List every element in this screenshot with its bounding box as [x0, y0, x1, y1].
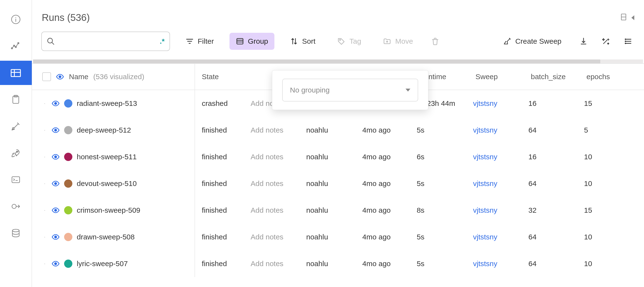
cell-notes[interactable]: Add notes	[250, 126, 306, 134]
state-header[interactable]: State	[195, 72, 250, 81]
epochs-header[interactable]: epochs	[584, 72, 623, 81]
create-sweep-label: Create Sweep	[515, 37, 562, 46]
filter-button[interactable]: Filter	[179, 33, 220, 50]
sidebar-item-reports[interactable]	[0, 88, 32, 112]
create-sweep-button[interactable]: Create Sweep	[497, 33, 568, 50]
run-name[interactable]: radiant-sweep-513	[77, 99, 137, 108]
cell-user: noahlu	[306, 233, 362, 241]
search-icon	[46, 37, 55, 46]
cell-notes[interactable]: Add notes	[250, 260, 306, 268]
search-input[interactable]	[59, 38, 156, 45]
visibility-toggle[interactable]	[52, 126, 60, 134]
columns-button[interactable]	[622, 35, 635, 48]
cell-created: 4mo ago	[362, 153, 417, 161]
name-header-label[interactable]: Name	[69, 72, 88, 81]
tag-label: Tag	[350, 37, 361, 46]
run-name[interactable]: lyric-sweep-507	[77, 260, 128, 268]
download-button[interactable]	[577, 35, 590, 48]
main-content: Runs (536) .* Filter Group Sort	[32, 0, 644, 287]
search-input-container[interactable]: .*	[41, 32, 170, 51]
cell-sweep[interactable]: vjtstsny	[473, 153, 528, 161]
cell-sweep[interactable]: vjtstsny	[473, 260, 528, 268]
visibility-toggle[interactable]	[52, 180, 60, 188]
run-name[interactable]: honest-sweep-511	[77, 153, 137, 161]
run-name[interactable]: drawn-sweep-508	[77, 233, 134, 241]
cell-notes[interactable]: Add notes	[250, 153, 306, 161]
table-row[interactable]: · crimson-sweep-509 finished Add notes n…	[32, 197, 644, 224]
sidebar-item-artifacts[interactable]	[0, 221, 32, 245]
sidebar-item-launch[interactable]	[0, 141, 32, 165]
cell-sweep[interactable]: vjtstsny	[473, 180, 528, 188]
grouping-dropdown-label: No grouping	[290, 86, 330, 94]
run-color-dot	[64, 180, 72, 188]
group-button[interactable]: Group	[230, 33, 274, 50]
visibility-toggle-all[interactable]	[56, 72, 64, 81]
cell-state: finished	[195, 126, 250, 134]
terminal-icon	[11, 174, 21, 185]
scrollbar-thumb[interactable]	[33, 60, 600, 63]
cell-sweep[interactable]: vjtstsny	[473, 233, 528, 241]
cell-epochs: 10	[584, 153, 623, 161]
cell-state: finished	[195, 153, 250, 161]
run-name[interactable]: deep-sweep-512	[77, 126, 131, 134]
move-button[interactable]: Move	[377, 33, 419, 50]
cell-notes[interactable]: Add notes	[250, 233, 306, 241]
filter-label: Filter	[198, 37, 214, 46]
cell-epochs: 15	[584, 206, 623, 214]
table-row[interactable]: · honest-sweep-511 finished Add notes no…	[32, 144, 644, 170]
sidebar-item-sweeps[interactable]	[0, 114, 32, 138]
drag-handle[interactable]: ·	[42, 260, 47, 267]
collapse-panel-button[interactable]	[631, 15, 634, 20]
sidebar-item-charts[interactable]	[0, 34, 32, 58]
run-name[interactable]: crimson-sweep-509	[77, 206, 140, 214]
batch-size-header[interactable]: batch_size	[528, 72, 584, 81]
cell-batch-size: 32	[528, 206, 584, 214]
svg-point-15	[340, 39, 340, 40]
cell-batch-size: 16	[528, 99, 584, 108]
sort-button[interactable]: Sort	[284, 33, 322, 50]
cell-sweep[interactable]: vjtstsny	[473, 206, 528, 214]
sort-icon	[290, 37, 298, 46]
cell-state: finished	[195, 206, 250, 214]
visibility-toggle[interactable]	[52, 233, 60, 241]
table-row[interactable]: · devout-sweep-510 finished Add notes no…	[32, 170, 644, 197]
drag-handle[interactable]: ·	[42, 180, 47, 187]
horizontal-scrollbar[interactable]	[33, 60, 643, 63]
regex-toggle[interactable]: .*	[160, 37, 165, 46]
visibility-toggle[interactable]	[52, 206, 60, 214]
sweep-header[interactable]: Sweep	[473, 72, 528, 81]
drag-handle[interactable]: ·	[42, 127, 47, 133]
drag-handle[interactable]: ·	[42, 207, 47, 214]
cell-runtime: 6s	[417, 153, 473, 161]
delete-button[interactable]	[428, 35, 442, 48]
drag-handle[interactable]: ·	[42, 234, 47, 240]
sidebar-item-info[interactable]	[0, 7, 32, 32]
sidebar-item-table[interactable]	[0, 61, 32, 85]
sweep-icon	[11, 121, 21, 131]
table-icon	[10, 67, 21, 78]
panel-layout-button[interactable]	[621, 14, 626, 22]
run-name[interactable]: devout-sweep-510	[77, 180, 137, 188]
drag-handle[interactable]: ·	[42, 154, 47, 160]
visibility-toggle[interactable]	[52, 260, 60, 268]
wand-button[interactable]	[599, 35, 612, 48]
cell-sweep[interactable]: vjtstsny	[473, 99, 528, 108]
cell-batch-size: 64	[528, 180, 584, 188]
cell-user: noahlu	[306, 260, 362, 268]
drag-handle[interactable]: ·	[42, 100, 47, 106]
select-all-checkbox[interactable]	[42, 72, 51, 81]
table-row[interactable]: · deep-sweep-512 finished Add notes noah…	[32, 117, 644, 144]
cell-notes[interactable]: Add notes	[250, 206, 306, 214]
cell-sweep[interactable]: vjtstsny	[473, 126, 528, 134]
svg-point-21	[55, 209, 57, 212]
table-row[interactable]: · drawn-sweep-508 finished Add notes noa…	[32, 224, 644, 250]
visibility-toggle[interactable]	[52, 153, 60, 161]
grouping-dropdown[interactable]: No grouping	[282, 79, 418, 102]
sidebar-item-terminal[interactable]	[0, 168, 32, 192]
sidebar-item-export[interactable]	[0, 194, 32, 218]
cell-runtime: 5s	[417, 260, 473, 268]
table-row[interactable]: · lyric-sweep-507 finished Add notes noa…	[32, 250, 644, 277]
cell-notes[interactable]: Add notes	[250, 180, 306, 188]
tag-button[interactable]: Tag	[331, 33, 368, 50]
visibility-toggle[interactable]	[52, 99, 60, 108]
